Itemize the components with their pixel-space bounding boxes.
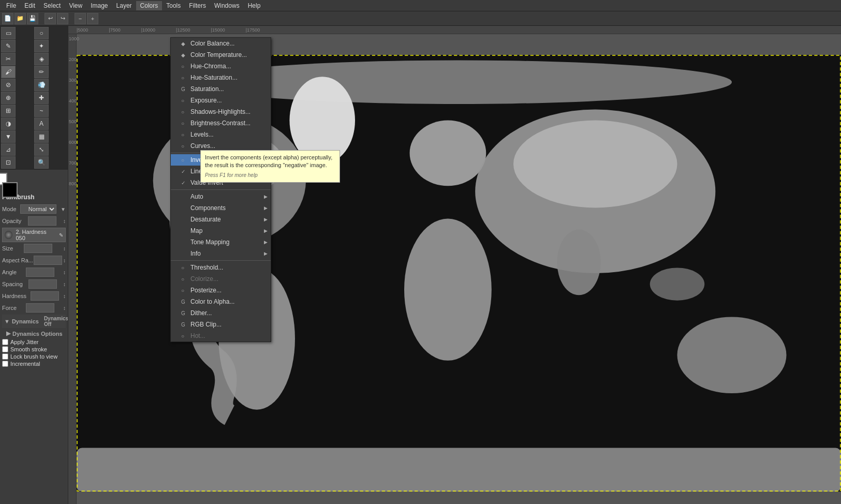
menu-image[interactable]: Image — [86, 1, 112, 10]
menu-dither[interactable]: G Dither... — [171, 307, 271, 319]
tool-pencil[interactable]: ✏ — [34, 66, 49, 78]
menu-saturation[interactable]: G Saturation... — [171, 83, 271, 95]
menu-view[interactable]: View — [65, 1, 86, 10]
menu-color-temperature[interactable]: ◆ Color Temperature... — [171, 49, 271, 61]
lock-brush-checkbox[interactable] — [2, 353, 8, 360]
ruler-left-5: 6000 — [69, 140, 76, 145]
menu-colorize[interactable]: ○ Colorize... — [171, 273, 271, 285]
tool-smudge[interactable]: ~ — [34, 105, 49, 117]
menu-edit[interactable]: Edit — [20, 1, 39, 10]
smooth-stroke-checkbox[interactable] — [2, 346, 8, 352]
menu-hot[interactable]: ○ Hot... — [171, 330, 271, 342]
menu-colors[interactable]: Colors — [136, 1, 163, 10]
opacity-input[interactable]: 83.5 — [28, 216, 56, 226]
toolbar-save[interactable]: 💾 — [27, 13, 38, 24]
size-input[interactable]: 19.00 — [24, 244, 52, 253]
menu-components[interactable]: Components — [171, 202, 271, 214]
mode-select[interactable]: Normal — [20, 204, 56, 214]
toolbar-zoom-in[interactable]: + — [87, 13, 98, 24]
apply-jitter-checkbox[interactable] — [2, 339, 8, 345]
menu-exposure[interactable]: ○ Exposure... — [171, 95, 271, 106]
menu-select[interactable]: Select — [39, 1, 65, 10]
brush-edit-icon[interactable]: ✎ — [59, 232, 63, 238]
menu-tools[interactable]: Tools — [162, 1, 185, 10]
posterize-label: Posterize... — [190, 287, 222, 294]
menu-auto[interactable]: Auto — [171, 191, 271, 202]
tool-rect-select[interactable]: ▭ — [1, 27, 16, 39]
tool-dodge-burn[interactable]: ◑ — [1, 117, 16, 130]
tool-ellipse-select[interactable]: ○ — [34, 27, 49, 39]
saturation-icon: G — [181, 86, 187, 92]
menu-filters[interactable]: Filters — [185, 1, 210, 10]
tool-paintbrush[interactable]: 🖌 — [1, 66, 16, 78]
menu-color-balance[interactable]: ◆ Color Balance... — [171, 38, 271, 49]
tool-foreground-select[interactable]: ◈ — [34, 53, 49, 65]
menu-rgb-clip[interactable]: G RGB Clip... — [171, 319, 271, 330]
size-spin[interactable]: ↕ — [63, 246, 66, 251]
foreground-color-swatch[interactable] — [2, 182, 18, 198]
toolbar: 📄 📁 💾 ↩ ↪ − + — [0, 11, 841, 26]
toolbar-redo[interactable]: ↪ — [57, 13, 68, 24]
threshold-label: Threshold... — [190, 264, 223, 271]
brush-dot-icon — [5, 231, 12, 239]
color-balance-icon: ◆ — [181, 41, 187, 47]
brush-preview[interactable]: 2. Hardness 050 ✎ — [2, 228, 66, 242]
aspect-spin[interactable]: ↕ — [63, 258, 66, 263]
tool-crop[interactable]: ⊡ — [1, 156, 16, 169]
angle-label: Angle — [2, 269, 17, 275]
spacing-spin[interactable]: ↕ — [63, 281, 66, 287]
menu-desaturate[interactable]: Desaturate — [171, 214, 271, 225]
tool-transform[interactable]: ⤡ — [34, 143, 49, 156]
menu-file[interactable]: File — [2, 1, 20, 10]
mode-label: Mode — [2, 206, 17, 212]
tool-perspective-clone[interactable]: ⊞ — [1, 105, 16, 117]
menu-help[interactable]: Help — [244, 1, 265, 10]
tool-text[interactable]: A — [34, 117, 49, 130]
tool-gradient[interactable]: ▦ — [34, 130, 49, 143]
opacity-spin[interactable]: ↕ — [63, 218, 66, 224]
toolbar-undo[interactable]: ↩ — [45, 13, 56, 24]
tool-color-picker[interactable]: ⊿ — [1, 143, 16, 156]
hardness-spin[interactable]: ↕ — [63, 293, 66, 299]
tool-clone[interactable]: ⊕ — [1, 92, 16, 104]
ruler-mark-1: |7500 — [109, 27, 120, 33]
dynamics-options-header[interactable]: ▶ Dynamics Options — [2, 329, 66, 338]
incremental-checkbox[interactable] — [2, 361, 8, 367]
color-balance-label: Color Balance... — [190, 40, 234, 47]
angle-input[interactable]: 0.00 — [26, 268, 54, 277]
tool-airbrush[interactable]: 💨 — [34, 79, 49, 91]
menu-color-to-alpha[interactable]: G Color to Alpha... — [171, 296, 271, 307]
menu-posterize[interactable]: ○ Posterize... — [171, 285, 271, 296]
menu-hue-saturation[interactable]: ○ Hue-Saturation... — [171, 72, 271, 83]
linear-invert-icon: ✓ — [181, 169, 187, 174]
menu-map[interactable]: Map — [171, 225, 271, 236]
colorize-label: Colorize... — [190, 275, 218, 283]
menu-layer[interactable]: Layer — [112, 1, 136, 10]
spacing-input[interactable]: 100.0 — [28, 279, 57, 289]
menu-threshold[interactable]: ○ Threshold... — [171, 262, 271, 273]
tool-scissors[interactable]: ✂ — [1, 53, 16, 65]
dynamics-header[interactable]: ▼ Dynamics Dynamics Off ✎ — [2, 315, 66, 328]
menu-hue-chroma[interactable]: ○ Hue-Chroma... — [171, 61, 271, 72]
toolbar-new[interactable]: 📄 — [2, 13, 13, 24]
menu-brightness-contrast[interactable]: ○ Brightness-Contrast... — [171, 117, 271, 129]
menu-info[interactable]: Info — [171, 248, 271, 259]
tool-eraser[interactable]: ⊘ — [1, 79, 16, 91]
tool-heal[interactable]: ✚ — [34, 92, 49, 104]
menu-windows[interactable]: Windows — [210, 1, 244, 10]
force-input[interactable]: 100.0 — [26, 303, 54, 313]
toolbar-open[interactable]: 📁 — [14, 13, 26, 24]
hardness-input[interactable]: 100.0 — [31, 291, 59, 301]
menu-levels[interactable]: ○ Levels... — [171, 129, 271, 140]
tool-fill[interactable]: ▼ — [1, 130, 16, 143]
menu-shadows-highlights[interactable]: ○ Shadows-Highlights... — [171, 106, 271, 117]
tool-fuzzy-select[interactable]: ✦ — [34, 40, 49, 52]
angle-spin[interactable]: ↕ — [63, 270, 66, 275]
menu-tone-mapping[interactable]: Tone Mapping — [171, 236, 271, 248]
tool-free-select[interactable]: ✎ — [1, 40, 16, 52]
tool-zoom[interactable]: 🔍 — [34, 156, 49, 169]
mode-arrow[interactable]: ▼ — [61, 206, 66, 212]
aspect-input[interactable]: 0.00 — [34, 256, 62, 265]
force-spin[interactable]: ↕ — [63, 305, 66, 311]
toolbar-zoom-out[interactable]: − — [75, 13, 86, 24]
